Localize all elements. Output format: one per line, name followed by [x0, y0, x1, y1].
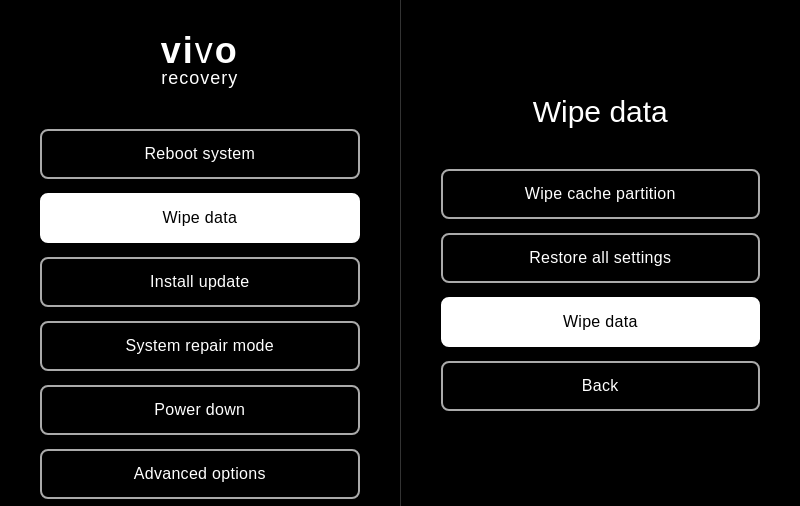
advanced-options-button[interactable]: Advanced options [40, 449, 360, 499]
power-down-button[interactable]: Power down [40, 385, 360, 435]
right-panel: Wipe data Wipe cache partition Restore a… [401, 0, 801, 506]
right-panel-title: Wipe data [533, 95, 668, 129]
left-panel: vivo recovery Reboot system Wipe data In… [0, 0, 401, 506]
logo-area: vivo recovery [161, 30, 239, 89]
back-button[interactable]: Back [441, 361, 761, 411]
brand-logo: vivo [161, 30, 239, 72]
wipe-cache-partition-button[interactable]: Wipe cache partition [441, 169, 761, 219]
install-update-button[interactable]: Install update [40, 257, 360, 307]
reboot-system-button[interactable]: Reboot system [40, 129, 360, 179]
left-menu: Reboot system Wipe data Install update S… [40, 129, 360, 499]
right-menu: Wipe cache partition Restore all setting… [441, 169, 761, 411]
wipe-data-button[interactable]: Wipe data [40, 193, 360, 243]
logo-subtitle: recovery [161, 68, 238, 89]
wipe-data-sub-button[interactable]: Wipe data [441, 297, 761, 347]
restore-all-settings-button[interactable]: Restore all settings [441, 233, 761, 283]
system-repair-mode-button[interactable]: System repair mode [40, 321, 360, 371]
